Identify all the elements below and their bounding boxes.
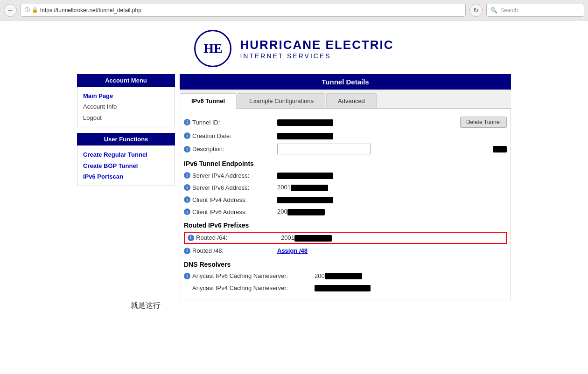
routed48-info-icon: i [184, 248, 190, 254]
server-ipv4-redacted [277, 173, 333, 179]
description-value [277, 144, 493, 154]
server-ipv4-value [277, 172, 507, 179]
routed48-value: Assign /48 [277, 247, 507, 254]
logo-circle: HE [194, 30, 231, 67]
content-area: Tunnel Details IPv6 Tunnel Example Confi… [180, 74, 511, 300]
creation-date-label: i Creation Date: [184, 132, 277, 139]
routed-prefixes-heading: Routed IPv6 Prefixes [184, 218, 507, 231]
page-content: HE HURRICANE ELECTRIC INTERNET SERVICES … [0, 21, 588, 374]
user-functions-header: User Functions [77, 133, 175, 145]
client-ipv6-info-icon: i [184, 208, 190, 215]
description-redacted [493, 146, 507, 152]
description-info-icon: i [184, 146, 190, 152]
creation-date-info-icon: i [184, 132, 190, 139]
ipv6-endpoints-heading: IPv6 Tunnel Endpoints [184, 156, 507, 169]
client-ipv4-redacted [277, 197, 333, 203]
client-ipv6-row: i Client IPv6 Address: 200 [184, 206, 507, 218]
description-input[interactable] [277, 144, 371, 154]
routed64-value: 2001 [281, 234, 503, 242]
reload-button[interactable]: ↻ [469, 4, 483, 17]
account-info-link: Account Info [83, 101, 169, 112]
account-menu-header: Account Menu [77, 74, 175, 87]
logo-text: HURRICANE ELECTRIC INTERNET SERVICES [240, 38, 393, 60]
company-sub: INTERNET SERVICES [240, 52, 393, 60]
tunnel-id-redacted [277, 119, 333, 126]
ipv6-portscan-link[interactable]: IPv6 Portscan [83, 171, 169, 182]
anycast-ipv6-row: i Anycast IPv6 Caching Nameserver: 200 [184, 270, 507, 282]
client-ipv4-info-icon: i [184, 196, 190, 203]
lock-icon: 🔒 [32, 7, 38, 13]
company-name: HURRICANE ELECTRIC [240, 38, 393, 52]
tunnel-id-row: i Tunnel ID: Delete Tunnel [184, 115, 507, 130]
description-label: i Description: [184, 145, 277, 152]
client-ipv6-redacted [287, 209, 325, 215]
server-ipv6-info-icon: i [184, 184, 190, 191]
creation-date-redacted [277, 133, 333, 139]
tunnel-details-header: Tunnel Details [180, 74, 511, 90]
back-button[interactable]: ← [4, 4, 17, 17]
server-ipv4-label: i Server IPv4 Address: [184, 172, 277, 179]
client-ipv4-value [277, 196, 507, 203]
client-ipv4-label: i Client IPv4 Address: [184, 196, 277, 203]
search-box[interactable]: 🔍 Search [486, 4, 584, 17]
dns-resolvers-heading: DNS Resolvers [184, 257, 507, 270]
main-page-link[interactable]: Main Page [83, 90, 169, 101]
routed64-redacted [294, 235, 332, 242]
main-layout: Account Menu Main Page Account Info Logo… [0, 74, 588, 300]
tabs-container: IPv6 Tunnel Example Configurations Advan… [180, 90, 511, 109]
account-menu-links: Main Page Account Info Logout [77, 87, 175, 127]
tab-example-configurations[interactable]: Example Configurations [238, 93, 325, 108]
server-ipv6-label: i Server IPv6 Address: [184, 184, 277, 191]
annotation: 就是这行 [131, 301, 161, 311]
info-icon: ⓘ [25, 7, 30, 14]
server-ipv4-row: i Server IPv4 Address: [184, 169, 507, 181]
anycast-ipv6-redacted [325, 273, 362, 279]
anycast-ipv6-value: 200 [315, 272, 507, 280]
delete-tunnel-button[interactable]: Delete Tunnel [460, 117, 507, 128]
anycast-ipv6-info-icon: i [184, 273, 190, 279]
sidebar: Account Menu Main Page Account Info Logo… [77, 74, 175, 300]
assign48-link[interactable]: Assign /48 [277, 247, 308, 254]
client-ipv6-label: i Client IPv6 Address: [184, 208, 277, 215]
url-text: https://tunnelbroker.net/tunnel_detail.p… [40, 7, 141, 14]
server-ipv6-row: i Server IPv6 Address: 2001 [184, 181, 507, 194]
anycast-ipv4-row: Anycast IPv4 Caching Nameserver: [184, 282, 507, 294]
tab-ipv6-tunnel[interactable]: IPv6 Tunnel [180, 93, 237, 109]
client-ipv6-value: 200 [277, 208, 507, 215]
browser-chrome: ← ⓘ 🔒 https://tunnelbroker.net/tunnel_de… [0, 0, 588, 21]
logout-link: Logout [83, 112, 169, 123]
anycast-ipv6-label: i Anycast IPv6 Caching Nameserver: [184, 272, 315, 279]
anycast-ipv4-redacted [315, 285, 371, 291]
routed64-row: i Routed /64: 2001 [184, 232, 507, 244]
create-bgp-tunnel-link[interactable]: Create BGP Tunnel [83, 160, 169, 171]
anycast-ipv4-label: Anycast IPv4 Caching Nameserver: [184, 284, 315, 291]
routed48-row: i Routed /48: Assign /48 [184, 245, 507, 257]
creation-date-value [277, 132, 507, 139]
routed64-label: i Routed /64: [188, 234, 281, 241]
anycast-ipv4-value [315, 284, 507, 292]
routed48-label: i Routed /48: [184, 247, 277, 254]
tunnel-id-value [277, 118, 460, 126]
search-placeholder: Search [500, 7, 518, 14]
create-regular-tunnel-link[interactable]: Create Regular Tunnel [83, 149, 169, 160]
server-ipv4-info-icon: i [184, 172, 190, 179]
tab-advanced[interactable]: Advanced [326, 93, 377, 108]
tunnel-id-label: i Tunnel ID: [184, 119, 277, 126]
user-functions-links: Create Regular Tunnel Create BGP Tunnel … [77, 145, 175, 186]
client-ipv4-row: i Client IPv4 Address: [184, 194, 507, 206]
search-icon: 🔍 [490, 7, 497, 14]
server-ipv6-value: 2001 [277, 184, 507, 191]
description-row: i Description: [184, 142, 507, 156]
address-bar[interactable]: ⓘ 🔒 https://tunnelbroker.net/tunnel_deta… [21, 4, 466, 17]
detail-area: i Tunnel ID: Delete Tunnel i Creation Da… [180, 109, 511, 300]
header-logo: HE HURRICANE ELECTRIC INTERNET SERVICES [0, 21, 588, 74]
tunnel-id-info-icon: i [184, 119, 190, 125]
server-ipv6-redacted [291, 185, 328, 191]
creation-date-row: i Creation Date: [184, 130, 507, 142]
routed64-info-icon: i [188, 235, 194, 241]
